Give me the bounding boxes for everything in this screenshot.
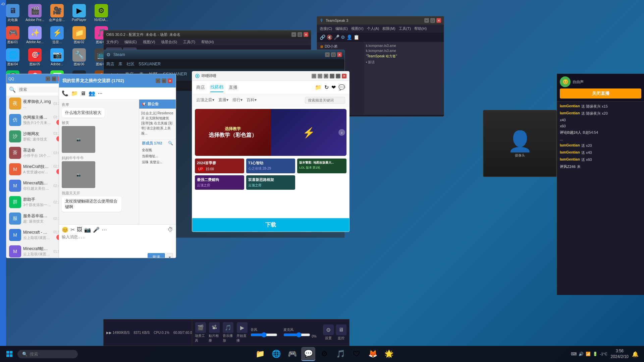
qq-search-bar[interactable]: 🔍 搜索 ＋ (6, 83, 64, 96)
steam-maximize-btn[interactable]: □ (331, 52, 336, 57)
tray-icon-3[interactable]: 📶 (586, 352, 591, 356)
phone-icon[interactable]: 📞 (62, 90, 68, 97)
obs-menu-编辑(E)[interactable]: 编辑(E) (123, 40, 138, 45)
chat-minimize-btn[interactable]: − (156, 78, 160, 83)
ts-menu-help[interactable]: 帮助(H) (414, 26, 427, 31)
obs-menu-场景合(S)[interactable]: 场景合(S) (160, 40, 178, 45)
bili-subnav-live[interactable]: 直播▾ (218, 97, 228, 103)
qq-contact-4[interactable]: M MineCraft技术交... A 世世越vps/系传相... 02:50 … (6, 161, 64, 178)
steam-nav-3[interactable]: SSXUANER (139, 62, 161, 66)
bili-nav-store[interactable]: 商店 (196, 83, 205, 92)
bili-nav-partner[interactable]: 找搭档 (210, 83, 223, 92)
taskbar-app-聊天[interactable]: 💬 (301, 347, 315, 361)
bili-icon-1[interactable]: 📁 (315, 84, 322, 90)
ts-menu-conn[interactable]: 连接(C) (320, 26, 332, 31)
chat-send-btn[interactable]: 发送 (148, 253, 165, 258)
stream-ctrl-media[interactable]: 📽 贴片相册 (209, 322, 220, 343)
taskbar-app-文件管理器[interactable]: 📁 (253, 347, 267, 361)
bili-subnav-yunlou[interactable]: 云顶之弈▾ (196, 97, 214, 103)
qq-contact-3[interactable]: 茶 茶达命 小停平台 16个好神... 03:08 (6, 145, 64, 161)
folder-icon[interactable]: 📁 (71, 90, 78, 97)
ts-menu-personal[interactable]: 个人(A) (367, 26, 379, 31)
ts-win-controls[interactable]: − □ ✕ (424, 18, 441, 23)
qq-contact-5[interactable]: M Minecraft跑钱交... 你往越太美往加入... 02:45 (6, 178, 64, 194)
chat-maximize-btn[interactable]: □ (162, 78, 166, 83)
scissors-icon[interactable]: ✂ (70, 227, 75, 233)
vol-slider[interactable] (251, 332, 277, 338)
obs-close-btn[interactable]: ✕ (304, 32, 308, 37)
desktop-icon-nv[interactable]: ⚙ NVIDIA... (91, 3, 111, 23)
bili-minimize-btn[interactable]: □ (312, 74, 316, 78)
stream-ctrl-start[interactable]: ▶ 开始直播 (236, 322, 248, 343)
bili-subnav-rank[interactable]: 排行▾ (232, 97, 243, 103)
ts-menu-tools[interactable]: 工具(T) (399, 26, 411, 31)
more-tools-icon[interactable]: ⋯ (102, 227, 107, 233)
bili-card-3[interactable]: 版本警案: 地图改版最大... LOL 版本 第1轮 (297, 159, 346, 173)
qq-search-input[interactable]: 搜索 (17, 86, 65, 93)
chat-win-controls[interactable]: − □ ✕ (156, 78, 172, 83)
desktop-icon-potplayer[interactable]: ▶ PotPlayer (69, 3, 89, 23)
bili-close-btn[interactable]: ✕ (342, 74, 346, 78)
ts-menu-perms[interactable]: 权限(M) (382, 26, 395, 31)
ts-close-btn[interactable]: ✕ (436, 18, 441, 23)
chat-send-dropdown-btn[interactable]: ▾ (166, 253, 173, 258)
taskbar-search-area[interactable]: 🔍 (17, 350, 78, 358)
obs-minimize-btn[interactable]: − (291, 32, 296, 37)
bili-expand-btn[interactable]: − (318, 74, 322, 78)
qq-contact-0[interactable]: 夜 夜摩御收人.img ... 03:29 (6, 96, 64, 112)
desktop-icon-dl[interactable]: ⚡ 迅雷... (47, 25, 67, 46)
start-button[interactable] (3, 347, 16, 361)
qq-contact-7[interactable]: 服 服务器幸福一家人 超: 速传技支 02:11 (6, 210, 64, 227)
bili-icon-4[interactable]: 💬 (338, 84, 345, 90)
desktop-icon-clip[interactable]: 🎥 会声会影... (47, 3, 67, 23)
obs-win-controls[interactable]: − □ ✕ (291, 32, 308, 37)
ts-toolbar-icon-1[interactable]: 🔗 (320, 35, 325, 40)
qq-contact-8[interactable]: M Minecraft - 联平... 云上取联/满置Vps+/... 01:5… (6, 227, 64, 243)
screen-icon[interactable]: 🖥 (80, 90, 86, 97)
bili-download-btn[interactable]: 下载 (192, 218, 349, 232)
bili-card-4[interactable]: 最强二费赌狗 云顶之弈 (195, 175, 244, 190)
emoji-icon[interactable]: 😊 (62, 227, 68, 233)
steam-minimize-btn[interactable]: − (325, 52, 330, 57)
screenshot-icon[interactable]: 📷 (84, 227, 91, 233)
steam-nav-1[interactable]: 库 (118, 61, 122, 67)
tray-icon-1[interactable]: ⌨ (571, 352, 577, 356)
desktop-icon-f5[interactable]: 🎯 图标05 (25, 47, 45, 68)
steam-close-btn[interactable]: ✕ (337, 52, 342, 57)
desktop-icon-adobe2[interactable]: 📷 Adobe... (47, 47, 67, 68)
desktop-icon-pr[interactable]: 🎬 Adobe Pre... (25, 3, 45, 23)
mic-slider[interactable] (283, 332, 310, 338)
members-icon[interactable]: 👥 (89, 90, 95, 97)
bili-subnav-wiki[interactable]: 百科▾ (247, 97, 257, 103)
qq-contact-1[interactable]: 仿 仿网服主播交... ( 预告片1个月来个50000... 03:18 ! (6, 112, 64, 128)
bili-banner-next-btn[interactable]: › (338, 129, 345, 136)
obs-menu-视图(V)[interactable]: 视图(V) (142, 40, 157, 45)
steam-win-controls[interactable]: − □ ✕ (325, 52, 342, 57)
qq-maximize-btn[interactable]: □ (52, 76, 56, 81)
more-icon[interactable]: ··· (98, 90, 102, 97)
chat-input[interactable] (62, 234, 173, 251)
ts-minimize-btn[interactable]: − (424, 18, 429, 23)
notification-btn[interactable]: 🔔 (632, 351, 639, 357)
taskbar-app-应用4[interactable]: 🌟 (382, 347, 396, 361)
stream-ctrl-scene[interactable]: 🎬 场景工具 (195, 322, 206, 343)
bili-win-controls[interactable]: □ − ≡ − □ ✕ (312, 74, 346, 78)
bili-card-1[interactable]: 2024首季赛 UP 15:00 (195, 159, 244, 173)
taskbar-app-游戏[interactable]: 🎮 (285, 347, 299, 361)
ts-menu-edit[interactable]: 编辑(E) (335, 26, 348, 31)
record-icon[interactable]: 🎤 (93, 227, 100, 233)
stream-live-btn[interactable]: 关闭直播 (560, 88, 641, 99)
bili-settings-btn[interactable]: ≡ (324, 74, 328, 78)
taskbar-app-应用2[interactable]: 🛡 (350, 347, 364, 361)
stream-ctrl-music[interactable]: 🎵 音乐播放 (223, 322, 234, 343)
qq-contact-6[interactable]: 群 群助手 3个群友添加一家人 02:20 (6, 194, 64, 210)
qq-contact-9[interactable]: M Minecraft蛆主技... 云上取联/满置Vps+/... 01:56 (6, 243, 64, 258)
members-search-icon[interactable]: 🔍 (168, 141, 173, 145)
bili-search-input[interactable] (305, 97, 345, 104)
taskbar-app-设置[interactable]: ⚙ (317, 347, 331, 361)
bili-card-2[interactable]: T1心智劫 心之诠境 28-29 (246, 159, 296, 173)
qq-minimize-btn[interactable]: − (46, 76, 50, 81)
steam-nav-0[interactable]: 商店 (106, 61, 114, 67)
ts-toolbar-icon-3[interactable]: 🎤 (334, 35, 339, 40)
taskbar-search-input[interactable] (30, 352, 70, 357)
